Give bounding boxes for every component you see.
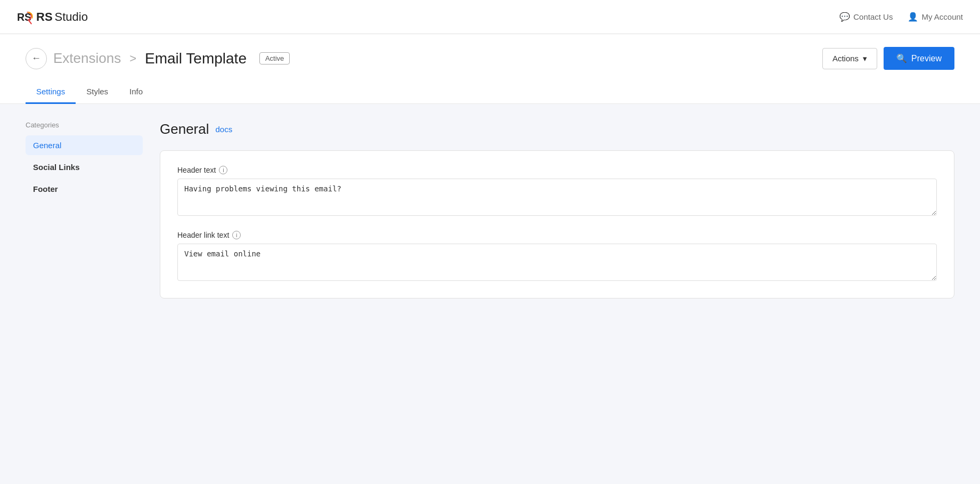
sidebar: Categories General Social Links Footer (26, 121, 143, 475)
tab-styles[interactable]: Styles (76, 80, 119, 104)
header-actions: Actions ▾ 🔍 Preview (822, 47, 954, 70)
tab-info[interactable]: Info (119, 80, 153, 104)
contact-us-label: Contact Us (853, 12, 893, 21)
tab-settings-label: Settings (36, 87, 65, 96)
nav-links: 💬 Contact Us 👤 My Account (839, 12, 963, 22)
categories-label: Categories (26, 121, 143, 129)
preview-label: Preview (911, 54, 942, 63)
arrow-left-icon: ← (31, 53, 41, 64)
back-button[interactable]: ← (26, 48, 47, 69)
preview-button[interactable]: 🔍 Preview (884, 47, 954, 70)
actions-label: Actions (832, 54, 859, 63)
header-text-label-text: Header text (177, 166, 216, 174)
header-link-text-input[interactable]: View email online (177, 244, 937, 281)
tab-info-label: Info (129, 87, 143, 96)
logo: RS RSStudio (17, 9, 88, 26)
section-title: General (160, 121, 209, 138)
section-title-row: General docs (160, 121, 954, 138)
breadcrumb-separator: > (129, 52, 136, 66)
sidebar-item-social-links-label: Social Links (33, 163, 80, 172)
page-title: Email Template (145, 50, 247, 67)
search-icon: 🔍 (896, 53, 907, 63)
my-account-link[interactable]: 👤 My Account (908, 12, 963, 22)
chat-icon: 💬 (839, 12, 850, 22)
status-badge: Active (259, 52, 290, 64)
sidebar-item-general[interactable]: General (26, 135, 143, 155)
form-card: Header text i Having problems viewing th… (160, 150, 954, 299)
my-account-label: My Account (921, 12, 963, 21)
content-area: General docs Header text i Having proble… (160, 121, 954, 475)
breadcrumb-left: ← Extensions > Email Template Active (26, 48, 290, 69)
tabs-row: Settings Styles Info (26, 80, 954, 103)
page-header-area: ← Extensions > Email Template Active Act… (0, 34, 980, 104)
tab-styles-label: Styles (86, 87, 108, 96)
header-text-label: Header text i (177, 166, 937, 174)
header-text-info-icon[interactable]: i (219, 166, 227, 174)
top-nav: RS RSStudio 💬 Contact Us 👤 My Account (0, 0, 980, 34)
sidebar-item-footer[interactable]: Footer (26, 179, 143, 199)
main-content: Categories General Social Links Footer G… (0, 104, 980, 484)
chevron-down-icon: ▾ (863, 54, 867, 63)
actions-button[interactable]: Actions ▾ (822, 48, 877, 69)
docs-link[interactable]: docs (216, 125, 233, 134)
header-text-group: Header text i Having problems viewing th… (177, 166, 937, 218)
contact-us-link[interactable]: 💬 Contact Us (839, 12, 893, 22)
header-link-text-label-text: Header link text (177, 231, 229, 239)
tab-settings[interactable]: Settings (26, 80, 76, 104)
logo-text-studio: Studio (55, 10, 88, 24)
sidebar-item-social-links[interactable]: Social Links (26, 157, 143, 177)
sidebar-item-footer-label: Footer (33, 184, 58, 193)
logo-icon: RS (17, 9, 34, 26)
breadcrumb-row: ← Extensions > Email Template Active Act… (26, 47, 954, 70)
header-link-text-info-icon[interactable]: i (232, 231, 241, 239)
header-link-text-label: Header link text i (177, 231, 937, 239)
breadcrumb-extensions: Extensions (53, 50, 121, 67)
sidebar-item-general-label: General (33, 141, 61, 150)
person-icon: 👤 (908, 12, 918, 22)
header-text-input[interactable]: Having problems viewing this email? (177, 179, 937, 216)
logo-text-rs: RS (36, 10, 53, 24)
header-link-text-group: Header link text i View email online (177, 231, 937, 283)
